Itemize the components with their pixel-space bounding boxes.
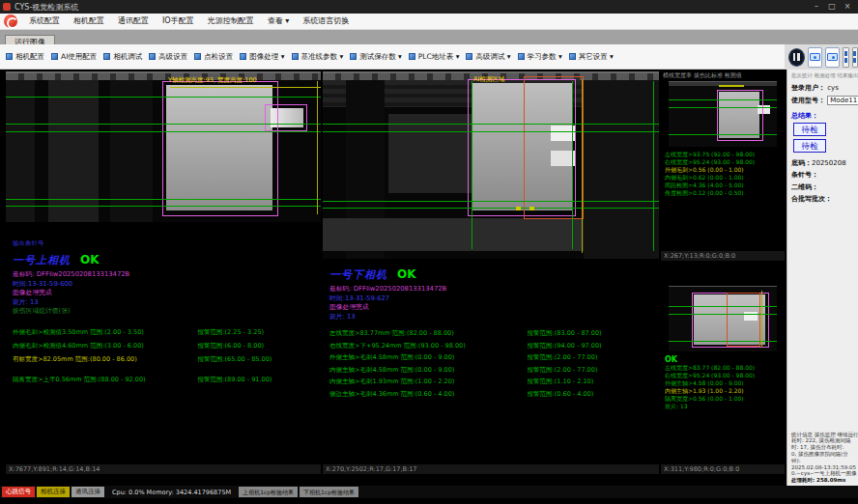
- slider-icon: [844, 58, 847, 63]
- toolbar-item-2[interactable]: AI使用配置: [48, 50, 100, 64]
- side-field-2: 条针号：: [791, 170, 856, 180]
- toolbar-right: [785, 44, 858, 70]
- guide-line-vertical: [653, 81, 654, 251]
- menu-item-2[interactable]: 相机配置: [67, 14, 111, 29]
- preview1-measurements: 左线宽度>93.75 (92.00 - 98.00)右线宽度>95.24 (93…: [665, 151, 785, 249]
- preview-column: 横线宽度率 拔伤比标准 检测值 左线宽度>93.75 (92.00 - 98.0…: [661, 71, 785, 474]
- measure-line: 外侧主轴>4.58 (0.00 - 9.00): [665, 379, 785, 387]
- process-line: 图像处理完成: [13, 289, 321, 298]
- menu-item-4[interactable]: IO手配置: [156, 14, 201, 29]
- coordinate-bar-preview-2: X:311;Y:980;R:0;G:0;B:0: [661, 464, 785, 474]
- cp-result-button-2[interactable]: 下相机1cp检验结果: [300, 487, 358, 497]
- toolbar-item-icon: [6, 53, 13, 60]
- toolbar-item-11[interactable]: 学习参数 ▾: [515, 50, 565, 64]
- camera-title-line: 一号下相机 OK: [329, 264, 659, 282]
- preview2-measurements: OK 左线宽度>83.77 (82.00 - 88.00)右线宽度>95.24 …: [665, 355, 785, 462]
- camera-title: 一号上相机: [13, 254, 71, 266]
- toolbar-item-5[interactable]: 点检设置: [191, 50, 236, 64]
- measure-line-yellow: [170, 87, 321, 88]
- camera-top-button[interactable]: [808, 47, 822, 68]
- statusbar: 心跳信号 相机连接 通讯连接 Cpu: 0.0% Memory: 3424.41…: [0, 486, 858, 498]
- preview-view-2[interactable]: [669, 286, 777, 351]
- measurement-right: 报警范围:(0.60 - 4.00): [528, 390, 659, 398]
- toolbar-item-10[interactable]: 高级调试 ▾: [463, 50, 513, 64]
- stats-line: 钟):: [791, 458, 856, 464]
- side-field-3: 二维码：: [791, 182, 856, 192]
- camera-icon: [827, 53, 838, 61]
- measurement-row: 外侧主轴>毛刺4.58mm 范围:(0.00 - 9.00)报警范围:(2.00…: [329, 353, 659, 361]
- defect-mark: [516, 207, 521, 210]
- measurement-left: 内侧主轴>毛刺1.93mm 范围:(1.00 - 2.20): [329, 378, 528, 385]
- pause-button[interactable]: [788, 48, 805, 67]
- menu-item-1[interactable]: 系统配置: [22, 14, 67, 29]
- app-logo-icon: [4, 14, 17, 28]
- measurement-row: 内侧主轴>毛刺1.93mm 范围:(1.00 - 2.20)报警范围:(1.10…: [329, 378, 659, 385]
- cp-result-button-1[interactable]: 上相机1cp检验结果: [239, 487, 298, 497]
- stats-line: 处理耗时: 258.09ms: [791, 477, 856, 484]
- camera-view-top[interactable]: Y轴检测高度:93, 宽度高度:100: [6, 71, 321, 222]
- machine-block: [388, 114, 477, 193]
- measurement-row: 侧边主轴>毛刺4.36mm 范围:(0.60 - 4.00)报警范围:(0.60…: [329, 390, 659, 398]
- preview-view-1[interactable]: [669, 81, 777, 147]
- toolbar-item-icon: [409, 53, 415, 60]
- measure-line: 内侧毛刺>0.62 (0.00 - 1.00): [665, 174, 785, 182]
- toolbar-item-7[interactable]: 基准线参数 ▾: [289, 50, 347, 64]
- model-row: 使用型号： Mode11 ▾: [791, 96, 856, 105]
- measurement-left: 有标宽度>82.05mm 范围:(80.00 - 86.00): [13, 355, 197, 363]
- titlebar: CYS-视觉检测系统 – □ ×: [0, 0, 858, 14]
- light-control-button-2[interactable]: [852, 47, 858, 68]
- light-control-button-1[interactable]: [843, 47, 848, 68]
- measurement-left: 外侧主轴>毛刺4.58mm 范围:(0.00 - 9.00): [329, 353, 528, 361]
- camera-info-top: 输出条针号 一号上相机 OK 最标码: DFFIiw20250208133134…: [6, 224, 321, 462]
- time-line: 时间:13-31-59-600: [13, 280, 321, 290]
- toolbar-item-icon: [194, 53, 201, 60]
- guide-line: [6, 131, 321, 132]
- close-button[interactable]: ×: [840, 0, 855, 14]
- stats-line: 0, 拔伤图像抓拍间隔(分: [791, 451, 856, 458]
- measure-line: 右线宽度>95.24 (93.00 - 98.00): [665, 372, 785, 379]
- measurement-row: 内侧主轴>毛刺4.58mm 范围:(0.00 - 9.00)报警范围:(2.00…: [329, 366, 659, 374]
- measurement-right: 报警范围:(89.00 - 91.00): [197, 376, 321, 383]
- maximize-button[interactable]: □: [824, 0, 840, 14]
- model-select[interactable]: Mode11 ▾: [827, 96, 858, 105]
- toolbar-item-1[interactable]: 相机配置: [3, 50, 47, 64]
- roi-box-magenta: [265, 104, 307, 131]
- menu-item-3[interactable]: 通讯配置: [111, 14, 156, 29]
- menu-item-7[interactable]: 系统语言切换: [296, 14, 356, 29]
- toolbar-item-4[interactable]: 高级设置: [146, 50, 190, 64]
- measure-line: 角度检测>0.12 (0.00 - 0.50): [665, 189, 785, 197]
- measurement-right: 报警范围:(6.00 - 8.00): [197, 342, 321, 350]
- result-box-2: 待检: [793, 139, 826, 153]
- guide-line: [323, 124, 659, 125]
- camera-bottom-button[interactable]: [825, 47, 840, 68]
- slider-icon: [853, 51, 856, 56]
- window-footer: [0, 498, 858, 504]
- measurement-right: 报警范围:(83.00 - 87.00): [528, 329, 659, 337]
- menu-item-5[interactable]: 光源控制配置: [201, 14, 261, 29]
- region-line: 拔伤区域统计值(张): [13, 307, 321, 317]
- result-box-1: 待检: [793, 123, 826, 136]
- menu-item-6[interactable]: 查看 ▾: [261, 14, 297, 29]
- measurement-row: 有标宽度>82.05mm 范围:(80.00 - 86.00)报警范围:(65.…: [13, 355, 321, 363]
- side-field-label: 条针号：: [791, 171, 818, 179]
- minimize-button[interactable]: –: [809, 0, 824, 14]
- guide-line-vertical: [472, 81, 472, 249]
- stats-line: 时: 17, 拔伤分布耗时:: [791, 444, 856, 451]
- machine-rail: [6, 73, 321, 80]
- toolbar-item-3[interactable]: 相机调试: [100, 50, 145, 64]
- window-title: CYS-视觉检测系统: [14, 2, 809, 13]
- measure-line-yellow: [582, 79, 583, 253]
- coordinate-bar-top: X:7677,Y:891;R:14,G:14,B:14: [6, 464, 321, 474]
- barcode-line: 最标码: DFFIiw2025020813313472B: [13, 270, 321, 280]
- total-result-label: 总结果：: [791, 111, 856, 121]
- toolbar-item-12[interactable]: 其它设置 ▾: [566, 50, 616, 64]
- toolbar-item-9[interactable]: PLC地址表 ▾: [406, 50, 463, 64]
- status-ok: OK: [397, 267, 416, 281]
- count-line: 斑片: 13: [13, 298, 321, 308]
- menubar: 系统配置相机配置通讯配置IO手配置光源控制配置查看 ▾系统语言切换: [0, 14, 858, 30]
- camera-view-bottom[interactable]: AI检测区域: [323, 71, 659, 259]
- toolbar-item-8[interactable]: 测试保存数 ▾: [347, 50, 405, 64]
- toolbar-item-6[interactable]: 图像处理 ▾: [237, 50, 287, 64]
- measurement-row: 右线宽度>下+95.24mm 范围:(93.00 - 98.00)报警范围:(9…: [329, 342, 659, 350]
- side-field-value: 20250208: [812, 159, 846, 167]
